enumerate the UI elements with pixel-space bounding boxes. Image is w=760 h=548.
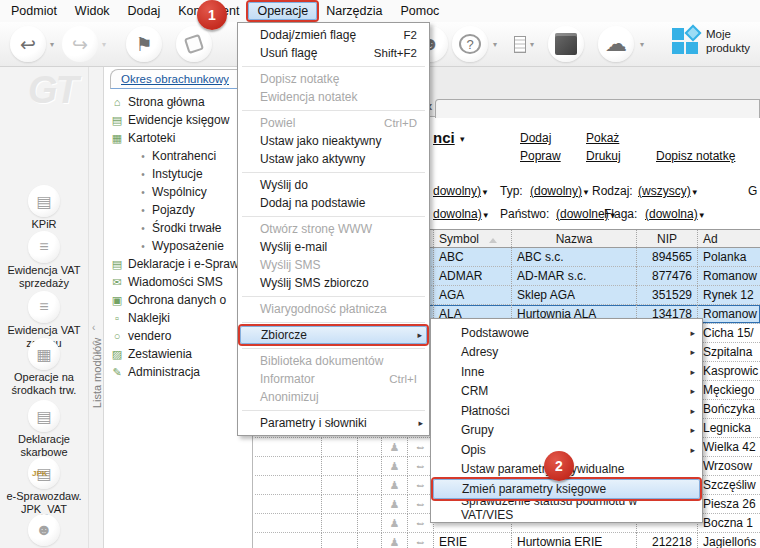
menu-item[interactable]: Ewidencja notatek xyxy=(240,88,427,106)
menu-item[interactable]: Biblioteka dokumentów xyxy=(240,352,427,370)
adres-column-header[interactable]: Ad xyxy=(698,230,760,249)
menu-item[interactable]: Informator Ctrl+I xyxy=(240,370,427,388)
tree-item[interactable]: ▫ Naklejki xyxy=(104,309,254,327)
menu-item[interactable]: Otwórz stronę WWW xyxy=(240,220,427,238)
tree-item[interactable]: • Wyposażenie xyxy=(104,237,254,255)
forward-button[interactable]: ↪ xyxy=(62,26,98,62)
menu-item[interactable]: Ustaw jako nieaktywny xyxy=(240,132,427,150)
cube-button[interactable] xyxy=(548,26,584,62)
menu-item[interactable] xyxy=(240,168,427,176)
menu-item[interactable] xyxy=(240,344,427,352)
submenu-item[interactable]: Sprawdzenie statusu podmiotu w VAT/VIES xyxy=(433,499,700,519)
note-tag-button[interactable] xyxy=(176,26,212,62)
tree-item[interactable]: • Wspólnicy xyxy=(104,183,254,201)
tree-item[interactable]: ⌂ Strona główna xyxy=(104,93,254,111)
tree-item[interactable]: • Instytucje xyxy=(104,165,254,183)
submenu-arrow-icon: ▸ xyxy=(690,386,695,396)
okres-obrachunkowy-link[interactable]: Okres obrachunkowy xyxy=(121,73,229,85)
tree-item[interactable]: • Środki trwałe xyxy=(104,219,254,237)
nip-column-header[interactable]: NIP xyxy=(637,230,698,249)
menu-item[interactable] xyxy=(240,62,427,70)
back-caret-icon[interactable]: ▾ xyxy=(50,40,54,49)
menu-item-label: Parametry i słowniki xyxy=(260,416,367,430)
typ-filter-value[interactable]: (dowolny) xyxy=(530,184,590,198)
dodaj-link[interactable]: Dodaj xyxy=(520,131,551,145)
submenu-item[interactable]: Grupy ▸ xyxy=(433,421,700,441)
drukuj-link[interactable]: Drukuj xyxy=(586,149,621,163)
tree-item[interactable]: ▨ Zestawienia xyxy=(104,345,254,363)
sidebar-item-operacje-srodki-trwale[interactable]: ▦ Operacje naśrodkach trw. xyxy=(0,338,88,396)
menu-item[interactable]: Wyślij SMS zbiorczo xyxy=(240,274,427,292)
pokaz-link[interactable]: Pokaż xyxy=(586,131,619,145)
tree-item[interactable]: ✎ Administracja xyxy=(104,363,254,381)
back-button[interactable]: ↩ xyxy=(10,26,46,62)
menu-item[interactable]: Powiel Ctrl+D xyxy=(240,114,427,132)
flag-button[interactable]: ⚑ xyxy=(126,26,162,62)
menu-item[interactable]: Dopisz notatkę xyxy=(240,70,427,88)
menu-item[interactable] xyxy=(240,318,427,326)
submenu-item[interactable]: Płatności ▸ xyxy=(433,401,700,421)
cloud-sync-button[interactable]: ☁ xyxy=(598,26,634,62)
submenu-item[interactable]: Inne ▸ xyxy=(433,362,700,382)
tree-item[interactable]: • Kontrahenci xyxy=(104,147,254,165)
flaga-filter-value[interactable]: (dowolna) xyxy=(645,207,706,221)
menu-item[interactable] xyxy=(240,406,427,414)
notes-caret-icon[interactable]: ▾ xyxy=(530,40,534,49)
menu-narzedzia[interactable]: Narzędzia xyxy=(317,2,391,20)
popraw-link[interactable]: Popraw xyxy=(520,149,561,163)
help-caret-icon[interactable]: ▾ xyxy=(493,40,497,49)
okres-obrachunkowy-tab[interactable]: Okres obrachunkowy xyxy=(110,69,254,89)
tree-item[interactable]: ▣ Ochrona danych o xyxy=(104,291,254,309)
submenu-item[interactable]: Adresy ▸ xyxy=(433,343,700,363)
cloud-caret-icon[interactable]: ▾ xyxy=(640,40,644,49)
page-title-fragment[interactable]: nci xyxy=(433,129,455,146)
tree-item[interactable]: ✉ Wiadomości SMS xyxy=(104,273,254,291)
menu-podmiot[interactable]: Podmiot xyxy=(2,2,66,20)
sidebar-item-deklaracje-skarbowe[interactable]: ▤ Deklaracjeskarbowe xyxy=(0,400,88,458)
submenu-item[interactable]: CRM ▸ xyxy=(433,382,700,402)
menu-item[interactable]: Ustaw jako aktywny xyxy=(240,150,427,168)
menu-widok[interactable]: Widok xyxy=(66,2,119,20)
tree-item[interactable]: ▤ Ewidencje księgow xyxy=(104,111,254,129)
submenu-item[interactable]: Podstawowe ▸ xyxy=(433,323,700,343)
menu-item[interactable]: Anonimizuj xyxy=(240,388,427,406)
menu-item[interactable]: Parametry i słowniki ▸ xyxy=(240,414,427,432)
kontrahenci-tab[interactable] xyxy=(435,99,760,118)
help-button[interactable]: ? xyxy=(452,26,488,62)
menu-item[interactable]: Usuń flagę Shift+F2 xyxy=(240,44,427,62)
tree-item[interactable]: ○ vendero xyxy=(104,327,254,345)
menu-item[interactable]: Wyślij SMS xyxy=(240,256,427,274)
tree-item[interactable]: ▦ Kartoteki xyxy=(104,129,254,147)
menu-item[interactable]: Dodaj/zmień flagę F2 xyxy=(240,26,427,44)
submenu-item[interactable]: Zmień parametry księgowe xyxy=(433,479,700,499)
menu-item[interactable]: Zbiorcze ▸ xyxy=(240,326,427,344)
menu-dodaj[interactable]: Dodaj xyxy=(119,2,170,20)
filter-left-fragment-2[interactable]: dowolna) xyxy=(433,207,490,221)
tree-item[interactable]: • Pojazdy xyxy=(104,201,254,219)
menu-item[interactable]: Dodaj na podstawie xyxy=(240,194,427,212)
menu-pomoc[interactable]: Pomoc xyxy=(391,2,448,20)
table-row[interactable]: ♟ ⇔ ERIE Hurtownia ERIE 212218 Jagielloń… xyxy=(255,533,760,548)
sidebar-item-jpk-vat[interactable]: ▤JPK e-Sprawozdaw.JPK_VAT xyxy=(0,457,88,515)
tree-item-icon: ▦ xyxy=(110,132,124,145)
menu-item[interactable] xyxy=(240,292,427,300)
menu-item[interactable] xyxy=(240,212,427,220)
tree-item[interactable]: ▤ Deklaracje i e-Spraw xyxy=(104,255,254,273)
nazwa-column-header[interactable]: Nazwa xyxy=(512,230,637,249)
sidebar-item-kontrahenci[interactable]: ☻ Kontrahenci xyxy=(0,514,88,548)
modules-strip[interactable]: ‹ ‹ ‹ Lista modułów xyxy=(88,67,103,548)
dopisz-notatke-link[interactable]: Dopisz notatkę xyxy=(656,149,735,163)
moje-produkty-button[interactable]: Moje produkty xyxy=(672,28,758,55)
menu-item[interactable]: Wyślij do xyxy=(240,176,427,194)
menu-item[interactable]: Wyślij e-mail xyxy=(240,238,427,256)
sidebar-item-kpir[interactable]: ▤ KPiR xyxy=(0,185,88,231)
menu-item[interactable] xyxy=(240,106,427,114)
tree-item-label: Instytucje xyxy=(152,167,203,181)
filter-left-fragment[interactable]: dowolny) xyxy=(433,184,489,198)
menu-operacje[interactable]: Operacje xyxy=(248,2,317,20)
symbol-column-header[interactable]: Symbol xyxy=(434,230,512,249)
rodzaj-filter-value[interactable]: (wszyscy) xyxy=(638,184,699,198)
menu-item[interactable]: Wiarygodność płatnicza xyxy=(240,300,427,318)
forward-caret-icon[interactable]: ▾ xyxy=(102,40,106,49)
sidebar-item-ewidencja-vat-sprzedazy[interactable]: ≡ Ewidencja VATsprzedaży xyxy=(0,231,88,289)
